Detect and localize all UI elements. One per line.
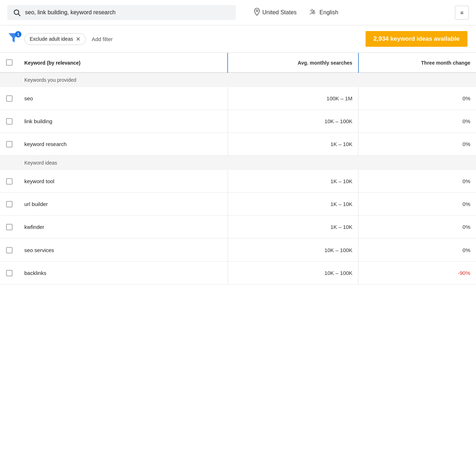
row-checkbox-cell[interactable] [0,261,19,284]
row-keyword: url builder [19,193,228,216]
filter-badge: 1 [15,31,21,37]
search-box[interactable]: seo, link building, keyword research [7,5,236,20]
row-change: 0% [358,133,476,156]
svg-text:A: A [313,10,316,14]
section-provided: Keywords you provided [0,72,476,87]
row-checkbox-cell[interactable] [0,170,19,193]
row-checkbox[interactable] [6,270,13,276]
row-avg: 1K – 10K [228,216,358,238]
translate-icon: 文 A [309,8,317,17]
row-avg: 1K – 10K [228,193,358,216]
menu-button[interactable]: ≡ [455,6,469,20]
row-checkbox[interactable] [6,224,13,230]
table-row: link building10K – 100K0% [0,110,476,133]
svg-line-1 [18,14,20,16]
row-keyword: keyword research [19,133,228,156]
row-keyword: backlinks [19,261,228,284]
filter-chip-label: Exclude adult ideas [30,36,73,42]
add-filter-button[interactable]: Add filter [91,36,113,42]
header-language: 文 A English [309,8,338,17]
filter-icon-wrap[interactable]: 1 [9,33,19,45]
table-row: seo100K – 1M0% [0,87,476,110]
table-header-row: Keyword (by relevance) Avg. monthly sear… [0,53,476,72]
keyword-table: Keyword (by relevance) Avg. monthly sear… [0,53,476,285]
table-row: kwfinder1K – 10K0% [0,216,476,238]
select-all-checkbox[interactable] [0,53,19,72]
row-change: 0% [358,193,476,216]
row-checkbox-cell[interactable] [0,133,19,156]
section-ideas: Keyword ideas [0,156,476,170]
row-checkbox[interactable] [6,95,13,102]
location-label: United States [262,9,297,16]
table-row: keyword research1K – 10K0% [0,133,476,156]
filter-chip-exclude-adult[interactable]: Exclude adult ideas ✕ [24,33,86,45]
row-keyword: keyword tool [19,170,228,193]
filter-chip-close-icon[interactable]: ✕ [76,36,80,42]
table-row: keyword tool1K – 10K0% [0,170,476,193]
row-avg: 10K – 100K [228,238,358,261]
row-avg: 10K – 100K [228,110,358,133]
row-change: 0% [358,170,476,193]
row-avg: 1K – 10K [228,170,358,193]
row-keyword: link building [19,110,228,133]
col-header-avg: Avg. monthly searches [228,53,358,72]
row-change: 0% [358,110,476,133]
row-checkbox[interactable] [6,201,13,207]
ideas-badge: 2,934 keyword ideas available [366,31,467,47]
language-label: English [319,9,338,16]
location-icon [254,8,260,17]
header-checkbox[interactable] [6,59,13,66]
row-change: 0% [358,216,476,238]
table-row: url builder1K – 10K0% [0,193,476,216]
row-checkbox[interactable] [6,178,13,185]
svg-point-2 [256,10,258,12]
row-change: 0% [358,238,476,261]
search-icon [13,9,21,16]
header: seo, link building, keyword research Uni… [0,0,476,25]
row-change: -90% [358,261,476,284]
table-row: seo services10K – 100K0% [0,238,476,261]
row-checkbox-cell[interactable] [0,238,19,261]
menu-icon: ≡ [460,10,463,16]
filter-bar: 1 Exclude adult ideas ✕ Add filter 2,934… [0,25,476,53]
col-header-keyword: Keyword (by relevance) [19,53,228,72]
row-checkbox[interactable] [6,247,13,253]
row-avg: 1K – 10K [228,133,358,156]
row-keyword: seo services [19,238,228,261]
row-checkbox-cell[interactable] [0,216,19,238]
row-avg: 10K – 100K [228,261,358,284]
table-row: backlinks10K – 100K-90% [0,261,476,284]
row-checkbox[interactable] [6,118,13,125]
row-checkbox-cell[interactable] [0,193,19,216]
row-avg: 100K – 1M [228,87,358,110]
row-checkbox-cell[interactable] [0,87,19,110]
header-location: United States [254,8,297,17]
row-keyword: seo [19,87,228,110]
row-keyword: kwfinder [19,216,228,238]
row-checkbox[interactable] [6,141,13,147]
row-change: 0% [358,87,476,110]
col-header-change: Three month change [358,53,476,72]
row-checkbox-cell[interactable] [0,110,19,133]
search-input[interactable]: seo, link building, keyword research [25,9,230,16]
